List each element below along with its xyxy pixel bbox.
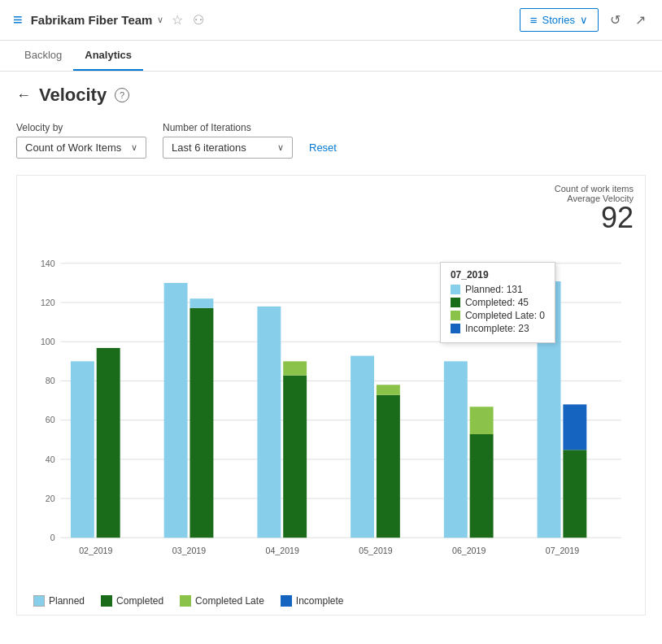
tooltip-incomplete-swatch xyxy=(451,324,460,333)
svg-text:100: 100 xyxy=(41,337,55,346)
tooltip-incomplete-row: Incomplete: 23 xyxy=(451,323,545,334)
tooltip-completed-row: Completed: 45 xyxy=(451,297,545,308)
content: ← Velocity ? Velocity by Count of Work I… xyxy=(0,72,662,629)
expand-button[interactable]: ↗ xyxy=(632,9,649,31)
legend-incomplete-label: Incomplete xyxy=(296,595,344,607)
bar-07-incomplete xyxy=(563,404,586,450)
svg-text:03_2019: 03_2019 xyxy=(172,546,206,555)
back-button[interactable]: ← xyxy=(16,87,31,104)
page-title: Velocity xyxy=(39,85,107,106)
svg-text:05_2019: 05_2019 xyxy=(359,546,392,555)
bar-04-completedlate xyxy=(283,361,307,375)
team-name: Fabrikam Fiber Team xyxy=(31,13,153,27)
legend-completedlate: Completed Late xyxy=(180,595,264,607)
tooltip-completed-label: Completed: 45 xyxy=(465,297,529,308)
header-actions: ☆ ⚇ xyxy=(172,12,204,28)
stories-icon: ≡ xyxy=(530,13,538,27)
chart-avg-value: 92 xyxy=(25,203,634,233)
chart-container: Count of work items Average Velocity 92 … xyxy=(16,175,646,616)
legend-completedlate-label: Completed Late xyxy=(195,595,264,607)
bar-06-completed xyxy=(470,434,494,537)
svg-text:06_2019: 06_2019 xyxy=(452,546,486,555)
stories-button[interactable]: ≡ Stories ∨ xyxy=(520,8,599,32)
svg-text:02_2019: 02_2019 xyxy=(79,546,112,555)
chart-metric-label: Count of work items xyxy=(25,184,634,194)
bar-05-planned xyxy=(351,356,374,538)
velocity-by-group: Velocity by Count of Work Items ∨ xyxy=(16,122,146,159)
iterations-label: Number of Iterations xyxy=(163,122,293,133)
nav-tabs: Backlog Analytics xyxy=(0,41,662,72)
bar-05-completed xyxy=(377,395,400,537)
svg-text:60: 60 xyxy=(46,415,55,424)
iterations-select[interactable]: Last 6 iterations ∨ xyxy=(163,137,293,159)
chart-legend: Planned Completed Completed Late Incompl… xyxy=(25,587,637,607)
chart-area: 0 20 40 60 80 100 120 140 02_2019 xyxy=(25,237,637,587)
bar-05-completedlate xyxy=(377,385,400,395)
bar-02-planned xyxy=(71,361,94,537)
svg-text:120: 120 xyxy=(41,298,55,307)
reset-button[interactable]: Reset xyxy=(309,137,337,159)
svg-text:04_2019: 04_2019 xyxy=(266,546,299,555)
chart-meta: Count of work items Average Velocity 92 xyxy=(25,184,637,233)
legend-completedlate-swatch xyxy=(180,595,191,607)
velocity-by-value: Count of Work Items xyxy=(25,141,121,154)
tab-backlog[interactable]: Backlog xyxy=(13,41,73,71)
stories-chevron-icon: ∨ xyxy=(580,14,588,26)
legend-incomplete-swatch xyxy=(281,595,292,607)
favorite-icon[interactable]: ☆ xyxy=(172,12,183,28)
svg-text:0: 0 xyxy=(50,533,55,542)
iterations-value: Last 6 iterations xyxy=(172,141,246,154)
svg-text:140: 140 xyxy=(41,259,55,268)
chart-avg-label: Average Velocity xyxy=(25,194,634,203)
bar-04-completed xyxy=(283,376,307,538)
svg-text:07_2019: 07_2019 xyxy=(546,546,579,555)
bar-03-completed xyxy=(189,308,213,537)
tooltip-planned-row: Planned: 131 xyxy=(451,284,545,295)
legend-planned-label: Planned xyxy=(49,595,85,607)
bar-02-completed xyxy=(97,348,120,537)
legend-completed: Completed xyxy=(101,595,163,607)
members-icon[interactable]: ⚇ xyxy=(193,12,204,28)
app-icon: ≡ xyxy=(13,11,23,29)
tooltip-completed-swatch xyxy=(451,298,460,307)
team-chevron-icon[interactable]: ∨ xyxy=(157,15,163,25)
iterations-group: Number of Iterations Last 6 iterations ∨ xyxy=(163,122,293,159)
velocity-by-select[interactable]: Count of Work Items ∨ xyxy=(16,137,146,159)
velocity-by-chevron-icon: ∨ xyxy=(131,142,137,153)
tooltip-planned-swatch xyxy=(451,285,460,294)
tooltip-completedlate-swatch xyxy=(451,311,460,320)
tooltip-title: 07_2019 xyxy=(451,269,545,281)
bar-07-completed xyxy=(563,450,586,537)
legend-planned: Planned xyxy=(33,595,85,607)
filters-row: Velocity by Count of Work Items ∨ Number… xyxy=(16,122,646,159)
header-right: ≡ Stories ∨ ↺ ↗ xyxy=(520,8,649,32)
svg-text:40: 40 xyxy=(46,455,55,464)
tooltip-completedlate-label: Completed Late: 0 xyxy=(465,310,545,321)
svg-text:20: 20 xyxy=(46,494,55,503)
bar-04-planned xyxy=(257,307,281,537)
tooltip: 07_2019 Planned: 131 Completed: 45 Compl… xyxy=(440,262,555,343)
help-icon[interactable]: ? xyxy=(115,88,129,102)
legend-incomplete: Incomplete xyxy=(281,595,344,607)
bar-06-planned xyxy=(444,361,468,537)
refresh-button[interactable]: ↺ xyxy=(607,9,624,31)
stories-label: Stories xyxy=(542,14,575,26)
tooltip-planned-label: Planned: 131 xyxy=(465,284,523,295)
tooltip-completedlate-row: Completed Late: 0 xyxy=(451,310,545,321)
tooltip-incomplete-label: Incomplete: 23 xyxy=(465,323,529,334)
velocity-by-label: Velocity by xyxy=(16,122,146,133)
tab-analytics[interactable]: Analytics xyxy=(73,41,143,71)
bar-03-planned-top xyxy=(189,298,213,308)
bar-06-completedlate xyxy=(470,407,494,434)
legend-completed-label: Completed xyxy=(116,595,163,607)
header: ≡ Fabrikam Fiber Team ∨ ☆ ⚇ ≡ Stories ∨ … xyxy=(0,0,662,41)
svg-text:80: 80 xyxy=(46,376,55,385)
legend-completed-swatch xyxy=(101,595,112,607)
bar-03-planned xyxy=(164,283,188,537)
page-title-row: ← Velocity ? xyxy=(16,85,646,106)
legend-planned-swatch xyxy=(33,595,45,607)
iterations-chevron-icon: ∨ xyxy=(277,142,284,153)
